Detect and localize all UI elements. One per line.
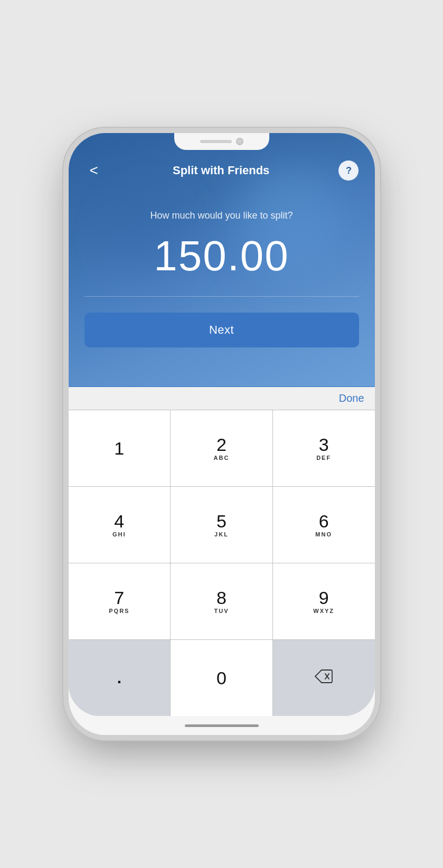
keypad-row-2: 4 GHI 5 JKL 6 MNO (69, 487, 375, 563)
screen: < Split with Friends ? How much would yo… (69, 133, 375, 716)
phone-frame: < Split with Friends ? How much would yo… (69, 133, 375, 735)
keypad-row-4: . 0 (69, 640, 375, 716)
page-title: Split with Friends (173, 164, 269, 177)
key-7[interactable]: 7 PQRS (69, 563, 171, 639)
keyboard-toolbar: Done (69, 386, 375, 410)
amount-divider (84, 296, 359, 297)
back-button[interactable]: < (84, 159, 103, 182)
keypad-row-1: 1 2 ABC 3 DEF (69, 410, 375, 486)
key-dot[interactable]: . (69, 640, 171, 716)
notch (174, 133, 269, 150)
top-section: < Split with Friends ? How much would yo… (69, 133, 375, 386)
amount-value: 150.00 (154, 232, 289, 280)
key-5[interactable]: 5 JKL (171, 487, 272, 563)
next-button[interactable]: Next (84, 313, 359, 347)
amount-section: How much would you like to split? 150.00… (84, 182, 359, 371)
done-button[interactable]: Done (339, 392, 364, 404)
key-3[interactable]: 3 DEF (273, 410, 375, 486)
keypad-row-3: 7 PQRS 8 TUV 9 WXYZ (69, 563, 375, 639)
home-indicator (185, 724, 259, 727)
key-backspace[interactable] (273, 640, 375, 716)
camera (236, 138, 243, 145)
keypad: 1 2 ABC 3 DEF 4 GHI (69, 410, 375, 716)
speaker (200, 140, 232, 143)
keyboard-section: Done 1 2 ABC 3 DEF (69, 386, 375, 716)
key-0[interactable]: 0 (171, 640, 272, 716)
key-9[interactable]: 9 WXYZ (273, 563, 375, 639)
key-8[interactable]: 8 TUV (171, 563, 272, 639)
amount-label: How much would you like to split? (150, 210, 293, 221)
key-2[interactable]: 2 ABC (171, 410, 272, 486)
key-1[interactable]: 1 (69, 410, 171, 486)
key-6[interactable]: 6 MNO (273, 487, 375, 563)
header: < Split with Friends ? (84, 159, 359, 182)
home-indicator-area (69, 716, 375, 735)
help-button[interactable]: ? (338, 161, 359, 181)
key-4[interactable]: 4 GHI (69, 487, 171, 563)
